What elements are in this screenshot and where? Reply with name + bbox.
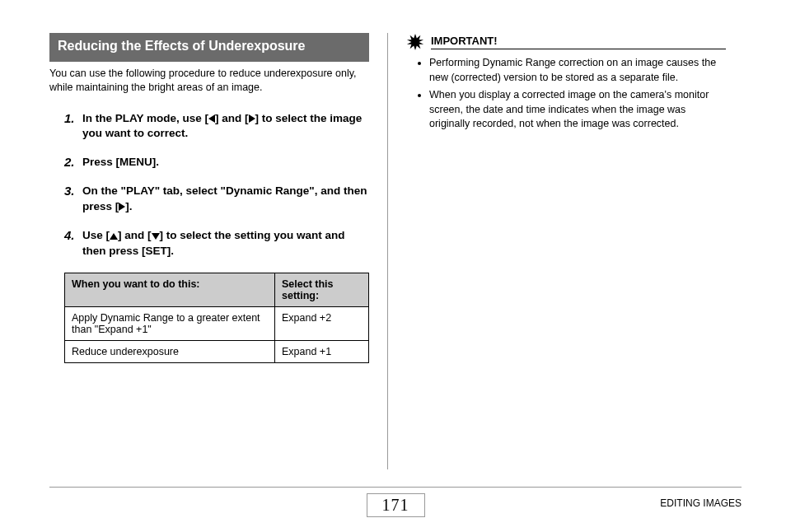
step-number: 1. [64, 111, 82, 142]
section-name: EDITING IMAGES [660, 497, 742, 509]
text-fragment: ]. [125, 200, 132, 212]
page-footer: 171 EDITING IMAGES [49, 487, 742, 517]
right-column: IMPORTANT! Performing Dynamic Range corr… [388, 33, 726, 469]
page-number: 171 [367, 493, 425, 517]
arrow-up-icon [110, 233, 118, 240]
burst-icon [406, 33, 424, 51]
text-fragment: In the PLAY mode, use [ [82, 112, 208, 124]
table-cell: Apply Dynamic Range to a greater extent … [65, 306, 275, 340]
step-list: 1. In the PLAY mode, use [] and [] to se… [49, 111, 369, 259]
intro-text: You can use the following procedure to r… [49, 67, 369, 95]
table-row: Apply Dynamic Range to a greater extent … [65, 306, 369, 340]
arrow-down-icon [152, 233, 160, 240]
table-cell: Expand +1 [275, 340, 369, 362]
footer-rule [49, 487, 742, 488]
settings-table: When you want to do this: Select this se… [64, 273, 369, 363]
table-row: Reduce underexposure Expand +1 [65, 340, 369, 362]
left-column: Reducing the Effects of Underexposure Yo… [49, 33, 387, 469]
step-number: 2. [64, 155, 82, 170]
text-fragment: ] and [ [215, 112, 249, 124]
section-title: Reducing the Effects of Underexposure [49, 33, 369, 62]
step-text: Use [] and [] to select the setting you … [82, 228, 369, 259]
step-text: On the "PLAY" tab, select "Dynamic Range… [82, 184, 369, 215]
important-label: IMPORTANT! [431, 35, 726, 49]
svg-marker-0 [407, 34, 423, 50]
note-item: When you display a corrected image on th… [429, 88, 726, 132]
table-cell: Expand +2 [275, 306, 369, 340]
step-4: 4. Use [] and [] to select the setting y… [64, 228, 369, 259]
important-notes: Performing Dynamic Range correction on a… [406, 56, 726, 132]
step-1: 1. In the PLAY mode, use [] and [] to se… [64, 111, 369, 142]
table-cell: Reduce underexposure [65, 340, 275, 362]
note-item: Performing Dynamic Range correction on a… [429, 56, 726, 85]
step-text: Press [MENU]. [82, 155, 159, 170]
footer-content: 171 EDITING IMAGES [49, 492, 742, 517]
important-heading: IMPORTANT! [406, 33, 726, 51]
two-column-layout: Reducing the Effects of Underexposure Yo… [49, 33, 742, 469]
text-fragment: ] and [ [118, 229, 152, 241]
table-header: When you want to do this: [65, 273, 275, 306]
text-fragment: Use [ [82, 229, 110, 241]
table-header: Select this setting: [275, 273, 369, 306]
table-header-row: When you want to do this: Select this se… [65, 273, 369, 306]
step-number: 4. [64, 228, 82, 259]
step-3: 3. On the "PLAY" tab, select "Dynamic Ra… [64, 184, 369, 215]
arrow-left-icon [208, 114, 215, 123]
step-number: 3. [64, 184, 82, 215]
step-2: 2. Press [MENU]. [64, 155, 369, 170]
page-content: Reducing the Effects of Underexposure Yo… [49, 33, 742, 494]
arrow-right-icon [249, 114, 255, 123]
step-text: In the PLAY mode, use [] and [] to selec… [82, 111, 369, 142]
